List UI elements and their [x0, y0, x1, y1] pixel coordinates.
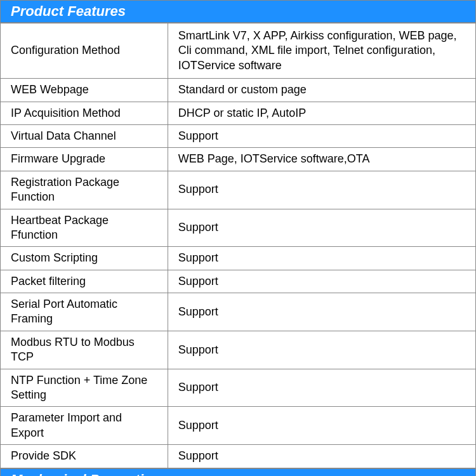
- spec-value: Support: [168, 209, 475, 247]
- table-row: Provide SDKSupport: [1, 445, 476, 468]
- spec-label: Packet filtering: [1, 270, 168, 293]
- spec-value: DHCP or static IP, AutoIP: [168, 102, 475, 124]
- spec-label: Virtual Data Channel: [1, 124, 168, 147]
- spec-label: IP Acquisition Method: [1, 102, 168, 124]
- table-row: Parameter Import and ExportSupport: [1, 407, 476, 445]
- spec-label: Firmware Upgrade: [1, 148, 168, 171]
- table-row: WEB WebpageStandard or custom page: [1, 79, 476, 102]
- spec-label: Registration Package Function: [1, 171, 168, 209]
- spec-value: WEB Page, IOTService software,OTA: [168, 148, 475, 171]
- table-row: NTP Function + Time Zone SettingSupport: [1, 369, 476, 407]
- spec-label: Heartbeat Package Ffunction: [1, 209, 168, 247]
- table-row: Virtual Data ChannelSupport: [1, 124, 476, 147]
- spec-value: Support: [168, 171, 475, 209]
- table-row: Registration Package FunctionSupport: [1, 171, 476, 209]
- table-row: Heartbeat Package FfunctionSupport: [1, 209, 476, 247]
- spec-label: Provide SDK: [1, 445, 168, 468]
- spec-label: Configuration Method: [1, 23, 168, 79]
- spec-label: Parameter Import and Export: [1, 407, 168, 445]
- spec-value: Support: [168, 124, 475, 147]
- table-row: IP Acquisition MethodDHCP or static IP, …: [1, 102, 476, 124]
- table-row: Firmware UpgradeWEB Page, IOTService sof…: [1, 148, 476, 171]
- spec-label: Custom Scripting: [1, 247, 168, 270]
- table-row: Configuration MethodSmartLink V7, X APP,…: [1, 23, 476, 79]
- spec-label: Serial Port Automatic Framing: [1, 293, 168, 331]
- spec-label: WEB Webpage: [1, 79, 168, 102]
- table-row: Serial Port Automatic FramingSupport: [1, 293, 476, 331]
- spec-value: Support: [168, 407, 475, 445]
- spec-value: Support: [168, 270, 475, 293]
- table-row: Modbus RTU to Modbus TCPSupport: [1, 331, 476, 369]
- spec-value: Support: [168, 247, 475, 270]
- spec-label: NTP Function + Time Zone Setting: [1, 369, 168, 407]
- spec-value: Support: [168, 293, 475, 331]
- section-header: Mechanical Properties: [0, 468, 476, 476]
- spec-table: Configuration MethodSmartLink V7, X APP,…: [0, 23, 476, 468]
- table-row: Packet filteringSupport: [1, 270, 476, 293]
- section-header: Product Features: [0, 0, 476, 23]
- table-row: Custom ScriptingSupport: [1, 247, 476, 270]
- spec-value: Support: [168, 331, 475, 369]
- spec-value: Standard or custom page: [168, 79, 475, 102]
- spec-value: Support: [168, 369, 475, 407]
- spec-value: Support: [168, 445, 475, 468]
- spec-value: SmartLink V7, X APP, Airkiss configurati…: [168, 23, 475, 79]
- spec-label: Modbus RTU to Modbus TCP: [1, 331, 168, 369]
